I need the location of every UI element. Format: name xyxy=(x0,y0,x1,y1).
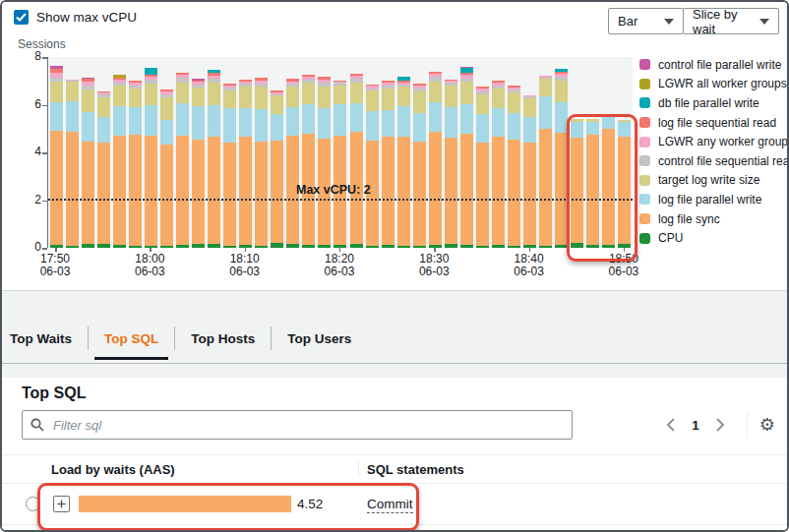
stacked-bar[interactable] xyxy=(223,84,236,248)
stacked-bar[interactable] xyxy=(113,75,126,248)
dimension-tabs: Top Waits Top SQL Top Hosts Top Users xyxy=(2,291,787,350)
bar-segment xyxy=(397,137,410,245)
sql-filter-input[interactable] xyxy=(51,417,564,434)
previous-page-button[interactable] xyxy=(658,412,684,438)
bar-segment xyxy=(492,108,505,137)
page-number[interactable]: 1 xyxy=(684,418,707,433)
bar-segment xyxy=(302,245,315,248)
legend-item[interactable]: LGWR all worker groups xyxy=(639,75,789,94)
bar-segment xyxy=(286,107,299,136)
bar-segment xyxy=(523,143,536,245)
stacked-bar[interactable] xyxy=(429,72,442,248)
next-page-button[interactable] xyxy=(707,412,733,438)
stacked-bar[interactable] xyxy=(382,81,394,248)
legend-item[interactable]: control file parallel write xyxy=(639,55,789,75)
bar-segment xyxy=(129,107,142,135)
stacked-bar[interactable] xyxy=(286,79,299,248)
bar-segment xyxy=(476,94,489,115)
bar-segment xyxy=(223,143,236,245)
column-header-load-by-waits[interactable]: Load by waits (AAS) xyxy=(51,462,175,477)
bar-segment xyxy=(255,87,268,109)
bar-segment xyxy=(460,245,473,248)
legend-item[interactable]: control file sequential read xyxy=(639,151,789,171)
bar-segment xyxy=(82,142,94,244)
column-divider xyxy=(358,460,359,478)
stacked-bar[interactable] xyxy=(350,74,363,248)
stacked-bar[interactable] xyxy=(508,86,520,248)
legend-label: target log write size xyxy=(658,173,759,187)
tab-top-hosts[interactable]: Top Hosts xyxy=(175,331,271,346)
stacked-bar[interactable] xyxy=(160,89,173,248)
legend-item[interactable]: log file sequential read xyxy=(639,113,789,133)
settings-gear-button[interactable]: ⚙ xyxy=(758,414,777,436)
chart-type-select[interactable]: Bar xyxy=(608,8,684,34)
stacked-bar[interactable] xyxy=(366,85,379,248)
stacked-bar[interactable] xyxy=(397,77,410,248)
bar-segment xyxy=(66,132,79,245)
chart-highlight-box xyxy=(567,114,637,262)
bar-segment xyxy=(508,113,520,140)
legend-item[interactable]: log file parallel write xyxy=(639,190,789,209)
legend-item[interactable]: log file sync xyxy=(639,209,789,229)
bar-segment xyxy=(97,117,110,142)
bar-segment xyxy=(97,97,110,118)
column-header-sql-statements[interactable]: SQL statements xyxy=(367,462,464,477)
bar-segment xyxy=(145,136,157,246)
stacked-bar[interactable] xyxy=(523,95,536,248)
bar-segment xyxy=(176,136,189,246)
bar-segment xyxy=(82,89,94,112)
stacked-bar[interactable] xyxy=(413,84,426,248)
legend-item[interactable]: db file parallel write xyxy=(639,93,789,113)
stacked-bar[interactable] xyxy=(50,66,63,248)
tab-top-waits[interactable]: Top Waits xyxy=(10,331,88,346)
legend-swatch xyxy=(639,155,650,166)
bar-segment xyxy=(476,114,489,143)
bar-segment xyxy=(429,82,442,102)
stacked-bar[interactable] xyxy=(334,81,346,248)
table-header: Load by waits (AAS) SQL statements xyxy=(2,454,787,484)
bar-segment xyxy=(160,120,173,144)
stacked-bar[interactable] xyxy=(492,81,505,248)
y-tick-mark xyxy=(42,57,47,59)
stacked-bar[interactable] xyxy=(192,79,205,248)
bar-segment xyxy=(271,243,283,248)
chevron-left-icon xyxy=(666,418,676,432)
stacked-bar[interactable] xyxy=(302,75,315,248)
bar-segment xyxy=(286,244,299,248)
slice-by-select[interactable]: Slice by wait xyxy=(683,8,779,34)
show-max-vcpu-checkbox[interactable] xyxy=(14,10,29,25)
stacked-bar[interactable] xyxy=(129,81,142,248)
stacked-bar[interactable] xyxy=(539,76,552,248)
tab-top-sql[interactable]: Top SQL xyxy=(89,331,174,346)
legend-item[interactable]: CPU xyxy=(639,228,789,248)
x-tick-label: 18:2006-03 xyxy=(309,253,370,278)
stacked-bar[interactable] xyxy=(145,68,157,248)
stacked-bar[interactable] xyxy=(66,80,79,248)
y-tick-label: 6 xyxy=(24,97,41,111)
bar-segment xyxy=(145,105,157,137)
stacked-bar[interactable] xyxy=(271,90,283,248)
stacked-bar[interactable] xyxy=(318,77,331,248)
slice-by-value: Slice by wait xyxy=(693,7,753,36)
stacked-bar[interactable] xyxy=(445,80,457,248)
stacked-bar[interactable] xyxy=(97,91,110,248)
stacked-bar[interactable] xyxy=(255,78,268,248)
stacked-bar[interactable] xyxy=(82,78,94,248)
bar-segment xyxy=(66,82,79,100)
bar-segment xyxy=(66,101,79,133)
bar-segment xyxy=(145,68,157,75)
stacked-bar[interactable] xyxy=(476,87,489,248)
legend-item[interactable]: LGWR any worker group xyxy=(639,132,789,151)
bar-segment xyxy=(523,98,536,117)
stacked-bar[interactable] xyxy=(208,70,220,248)
legend-item[interactable]: target log write size xyxy=(639,171,789,191)
chevron-down-icon xyxy=(664,19,674,25)
stacked-bar[interactable] xyxy=(239,80,252,248)
stacked-bar[interactable] xyxy=(176,73,189,248)
x-tick-label: 18:4006-03 xyxy=(499,253,560,278)
bar-segment xyxy=(97,143,110,245)
stacked-bar[interactable] xyxy=(460,67,473,248)
tab-top-users[interactable]: Top Users xyxy=(272,331,367,346)
bar-segment xyxy=(208,83,220,105)
max-vcpu-label: Max vCPU: 2 xyxy=(296,183,371,197)
